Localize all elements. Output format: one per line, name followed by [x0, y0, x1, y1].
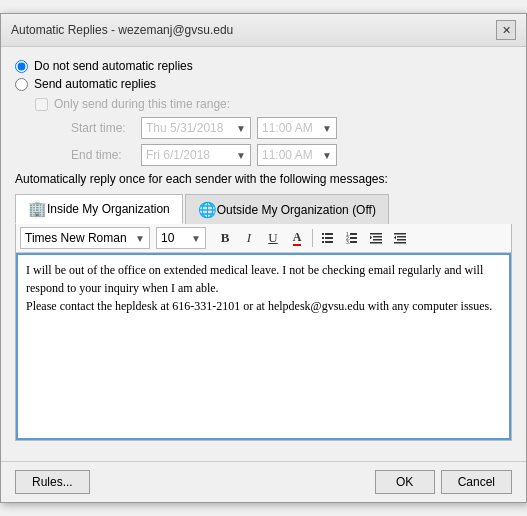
svg-rect-17	[394, 233, 406, 235]
schedule-section: Only send during this time range: Start …	[35, 97, 512, 166]
bold-button[interactable]: B	[214, 227, 236, 249]
ordered-list-icon: 1. 2. 3.	[345, 231, 359, 245]
tab-bar: 🏢 Inside My Organization 🌐 Outside My Or…	[15, 194, 512, 224]
start-time-arrow-icon: ▼	[322, 123, 332, 134]
unordered-list-icon	[321, 231, 335, 245]
ordered-list-button[interactable]: 1. 2. 3.	[341, 227, 363, 249]
end-time-select[interactable]: 11:00 AM	[262, 148, 320, 162]
dialog-footer: Rules... OK Cancel	[1, 461, 526, 502]
end-date-dropdown[interactable]: Fri 6/1/2018 ▼	[141, 144, 251, 166]
start-time-select[interactable]: 11:00 AM	[262, 121, 320, 135]
font-color-icon: A	[293, 231, 302, 246]
dialog-content: Do not send automatic replies Send autom…	[1, 47, 526, 453]
close-button[interactable]: ✕	[496, 20, 516, 40]
cancel-button[interactable]: Cancel	[441, 470, 512, 494]
svg-rect-1	[325, 233, 333, 235]
svg-marker-16	[370, 236, 372, 240]
no-reply-label: Do not send automatic replies	[34, 59, 193, 73]
message-textarea[interactable]	[18, 255, 509, 435]
automatic-replies-dialog: Automatic Replies - wezemanj@gvsu.edu ✕ …	[0, 13, 527, 503]
tab-outside[interactable]: 🌐 Outside My Organization (Off)	[185, 194, 389, 224]
toolbar-separator-1	[312, 229, 313, 247]
font-family-arrow-icon: ▼	[135, 233, 145, 244]
reply-options-group: Do not send automatic replies Send autom…	[15, 59, 512, 91]
time-range-checkbox[interactable]	[35, 98, 48, 111]
auto-reply-note: Automatically reply once for each sender…	[15, 172, 512, 186]
start-time-row: Start time: Thu 5/31/2018 ▼ 11:00 AM ▼	[71, 117, 512, 139]
svg-rect-19	[397, 239, 406, 241]
end-time-label: End time:	[71, 148, 141, 162]
svg-rect-11	[350, 241, 357, 243]
no-reply-radio[interactable]	[15, 60, 28, 73]
end-time-dropdown[interactable]: 11:00 AM ▼	[257, 144, 337, 166]
font-family-select[interactable]: Times New Roman	[25, 231, 133, 245]
indent-increase-icon	[393, 231, 407, 245]
message-text-wrapper	[16, 253, 511, 440]
end-time-arrow-icon: ▼	[322, 150, 332, 161]
svg-rect-12	[370, 233, 382, 235]
font-size-select[interactable]: 10	[161, 231, 189, 245]
start-date-dropdown[interactable]: Thu 5/31/2018 ▼	[141, 117, 251, 139]
time-range-label: Only send during this time range:	[54, 97, 230, 111]
send-reply-row: Send automatic replies	[15, 77, 512, 91]
svg-rect-2	[322, 237, 324, 239]
svg-rect-4	[322, 241, 324, 243]
font-color-button[interactable]: A	[286, 227, 308, 249]
no-reply-row: Do not send automatic replies	[15, 59, 512, 73]
outside-org-icon: 🌐	[198, 201, 217, 219]
footer-right-buttons: OK Cancel	[375, 470, 512, 494]
inside-tab-label: Inside My Organization	[47, 202, 170, 216]
indent-decrease-button[interactable]	[365, 227, 387, 249]
indent-decrease-icon	[369, 231, 383, 245]
editor-area: Times New Roman ▼ 10 ▼ B I U A	[15, 224, 512, 441]
svg-rect-3	[325, 237, 333, 239]
svg-rect-5	[325, 241, 333, 243]
svg-rect-14	[373, 239, 382, 241]
font-size-arrow-icon: ▼	[191, 233, 201, 244]
font-size-dropdown[interactable]: 10 ▼	[156, 227, 206, 249]
outside-tab-label: Outside My Organization (Off)	[217, 203, 376, 217]
svg-rect-18	[397, 236, 406, 238]
send-reply-radio[interactable]	[15, 78, 28, 91]
title-bar: Automatic Replies - wezemanj@gvsu.edu ✕	[1, 14, 526, 47]
dialog-title: Automatic Replies - wezemanj@gvsu.edu	[11, 23, 233, 37]
time-rows: Start time: Thu 5/31/2018 ▼ 11:00 AM ▼	[71, 117, 512, 166]
svg-rect-20	[394, 242, 406, 244]
start-date-arrow-icon: ▼	[236, 123, 246, 134]
indent-increase-button[interactable]	[389, 227, 411, 249]
end-date-select[interactable]: Fri 6/1/2018	[146, 148, 234, 162]
end-time-row: End time: Fri 6/1/2018 ▼ 11:00 AM ▼	[71, 144, 512, 166]
ok-button[interactable]: OK	[375, 470, 435, 494]
inside-org-icon: 🏢	[28, 200, 47, 218]
font-color-bar	[293, 244, 302, 246]
font-color-letter: A	[293, 231, 302, 243]
end-date-arrow-icon: ▼	[236, 150, 246, 161]
svg-rect-9	[350, 237, 357, 239]
svg-text:3.: 3.	[346, 239, 350, 245]
svg-rect-7	[350, 233, 357, 235]
svg-rect-0	[322, 233, 324, 235]
italic-button[interactable]: I	[238, 227, 260, 249]
start-date-select[interactable]: Thu 5/31/2018	[146, 121, 234, 135]
unordered-list-button[interactable]	[317, 227, 339, 249]
svg-rect-15	[370, 242, 382, 244]
underline-button[interactable]: U	[262, 227, 284, 249]
send-reply-label: Send automatic replies	[34, 77, 156, 91]
start-time-label: Start time:	[71, 121, 141, 135]
time-range-row: Only send during this time range:	[35, 97, 512, 111]
start-time-dropdown[interactable]: 11:00 AM ▼	[257, 117, 337, 139]
rules-button[interactable]: Rules...	[15, 470, 90, 494]
font-family-dropdown[interactable]: Times New Roman ▼	[20, 227, 150, 249]
svg-marker-21	[394, 236, 396, 240]
editor-toolbar: Times New Roman ▼ 10 ▼ B I U A	[16, 224, 511, 253]
tab-inside[interactable]: 🏢 Inside My Organization	[15, 194, 183, 224]
svg-rect-13	[373, 236, 382, 238]
